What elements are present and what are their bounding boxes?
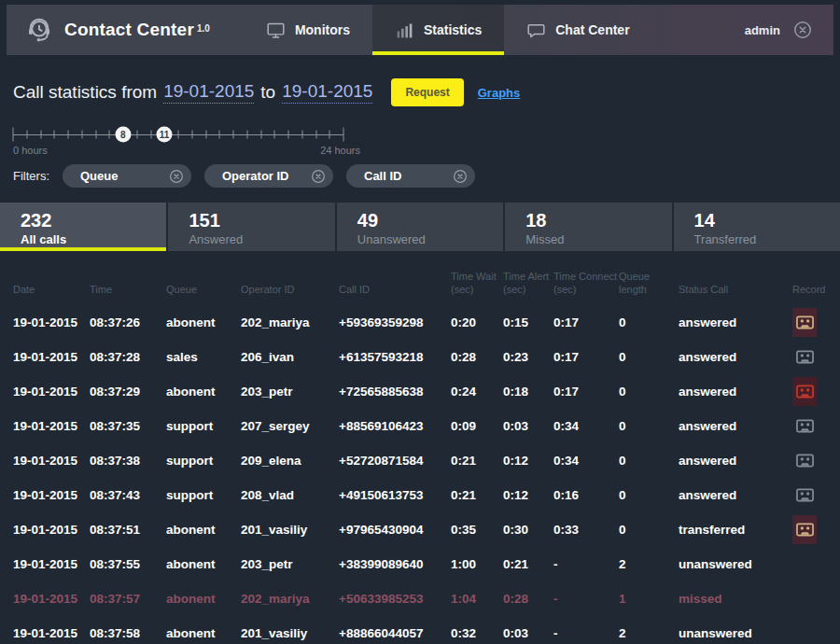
record-playback-icon[interactable]: [792, 481, 817, 510]
app-header: Contact Center1.0 Monitors Statistics Ch: [7, 5, 833, 55]
record-playback-icon[interactable]: [792, 412, 817, 441]
cell-operator-id: 201_vasiliy: [241, 523, 339, 537]
cell-date: 19-01-2015: [0, 454, 90, 468]
cell-queue-length: 0: [619, 488, 679, 502]
remove-filter-icon[interactable]: [169, 169, 184, 184]
cell-time-wait: 0:21: [451, 454, 503, 468]
cell-time-alert: 0:12: [503, 488, 553, 502]
cell-record: [777, 412, 840, 441]
date-from-field[interactable]: 19-01-2015: [163, 81, 254, 104]
cell-operator-id: 203_petr: [241, 385, 339, 399]
user-area: admin: [745, 5, 833, 55]
cell-operator-id: 202_mariya: [241, 592, 339, 606]
table-row[interactable]: 19-01-2015 08:37:57 abonent 202_mariya +…: [0, 581, 840, 616]
cell-time-connect: 0:17: [553, 385, 619, 399]
cell-status-call: unanswered: [679, 626, 777, 640]
logout-icon[interactable]: [792, 20, 813, 40]
request-button[interactable]: Request: [391, 78, 463, 106]
cell-operator-id: 201_vasiliy: [241, 626, 339, 640]
cell-time-alert: 0:23: [503, 350, 553, 364]
slider-tick: [95, 131, 96, 139]
table-header: Date Time Queue Operator ID Call ID Time…: [0, 262, 840, 305]
cell-queue: abonent: [166, 557, 241, 571]
cell-record: [777, 377, 840, 406]
column-header: Queue: [166, 283, 241, 296]
card-answered-label: Answered: [189, 232, 334, 246]
slider-handle-high[interactable]: 11: [157, 127, 173, 143]
cell-time: 08:37:58: [90, 626, 166, 640]
filter-chip-queue[interactable]: Queue: [63, 164, 191, 188]
filter-chip-operator-id[interactable]: Operator ID: [204, 164, 333, 188]
cell-time-alert: 0:28: [503, 592, 553, 606]
filter-chip-call-id-label: Call ID: [364, 169, 401, 183]
nav-statistics-label: Statistics: [424, 22, 482, 37]
cell-time: 08:37:28: [90, 350, 166, 364]
cell-time-connect: 0:17: [553, 350, 619, 364]
time-range-slider[interactable]: 8 11 0 hours 24 hours: [13, 125, 343, 153]
cell-date: 19-01-2015: [0, 592, 90, 606]
main-nav: Monitors Statistics Chat Center: [244, 5, 652, 55]
cell-operator-id: 206_ivan: [241, 350, 339, 364]
card-unanswered[interactable]: 49 Unanswered: [337, 203, 503, 251]
cell-time-connect: -: [553, 592, 619, 606]
card-answered[interactable]: 151 Answered: [168, 203, 334, 251]
card-transferred-label: Transferred: [694, 232, 840, 246]
column-header: Record: [777, 283, 840, 296]
card-all-calls[interactable]: 232 All calls: [0, 203, 166, 251]
table-row[interactable]: 19-01-2015 08:37:35 support 207_sergey +…: [0, 409, 840, 443]
slider-handle-low[interactable]: 8: [115, 127, 131, 143]
card-unanswered-value: 49: [357, 209, 503, 231]
record-playback-icon[interactable]: [792, 515, 817, 544]
table-row[interactable]: 19-01-2015 08:37:29 abonent 203_petr +72…: [0, 374, 840, 409]
table-row[interactable]: 19-01-2015 08:37:38 support 209_elena +5…: [0, 443, 840, 478]
cell-record: [777, 308, 840, 337]
slider-tick: [109, 131, 110, 139]
cell-queue: support: [166, 488, 241, 502]
table-row[interactable]: 19-01-2015 08:37:28 sales 206_ivan +6135…: [0, 340, 840, 374]
table-row[interactable]: 19-01-2015 08:37:26 abonent 202_mariya +…: [0, 305, 840, 340]
cell-queue-length: 0: [619, 350, 679, 364]
cell-time-connect: -: [553, 626, 619, 640]
filters-label: Filters:: [13, 169, 49, 183]
nav-monitors[interactable]: Monitors: [244, 5, 372, 55]
graphs-link[interactable]: Graphs: [478, 86, 521, 100]
cell-status-call: answered: [679, 419, 777, 433]
card-missed[interactable]: 18 Missed: [505, 203, 671, 251]
cell-date: 19-01-2015: [0, 488, 90, 502]
record-playback-icon[interactable]: [792, 343, 817, 371]
cell-time-alert: 0:30: [503, 523, 553, 537]
slider-tick: [343, 128, 344, 142]
cell-time-connect: 0:34: [553, 419, 619, 433]
table-row[interactable]: 19-01-2015 08:37:43 support 208_vlad +49…: [0, 478, 840, 512]
column-header: Call ID: [339, 283, 451, 296]
slider-tick: [246, 131, 247, 139]
cell-time-wait: 0:24: [451, 385, 503, 399]
filter-chip-call-id[interactable]: Call ID: [346, 164, 475, 188]
remove-filter-icon[interactable]: [453, 169, 468, 184]
table-row[interactable]: 19-01-2015 08:37:58 abonent 201_vasiliy …: [0, 616, 840, 644]
cell-queue: support: [166, 454, 241, 468]
table-row[interactable]: 19-01-2015 08:37:55 abonent 203_petr +38…: [0, 547, 840, 581]
cell-date: 19-01-2015: [0, 315, 90, 329]
date-to-field[interactable]: 19-01-2015: [282, 81, 372, 104]
slider-tick: [13, 128, 14, 142]
slider-tick: [54, 131, 55, 139]
summary-cards: 232 All calls 151 Answered 49 Unanswered…: [0, 203, 840, 251]
cell-time-alert: 0:03: [503, 626, 553, 640]
record-playback-icon[interactable]: [792, 308, 817, 337]
slider-tick: [233, 131, 234, 139]
card-transferred[interactable]: 14 Transferred: [674, 203, 840, 251]
cell-date: 19-01-2015: [0, 350, 90, 364]
cell-time-wait: 0:20: [451, 315, 503, 329]
filter-chip-operator-id-label: Operator ID: [222, 169, 289, 183]
remove-filter-icon[interactable]: [311, 169, 326, 184]
table-row[interactable]: 19-01-2015 08:37:51 abonent 201_vasiliy …: [0, 512, 840, 547]
cell-queue-length: 0: [619, 419, 679, 433]
nav-statistics[interactable]: Statistics: [372, 5, 504, 55]
cell-status-call: missed: [679, 592, 777, 606]
cell-record: [777, 481, 840, 510]
record-playback-icon[interactable]: [792, 377, 817, 406]
record-playback-icon[interactable]: [792, 446, 817, 475]
card-all-calls-value: 232: [21, 209, 166, 231]
nav-chat-center[interactable]: Chat Center: [504, 5, 651, 55]
